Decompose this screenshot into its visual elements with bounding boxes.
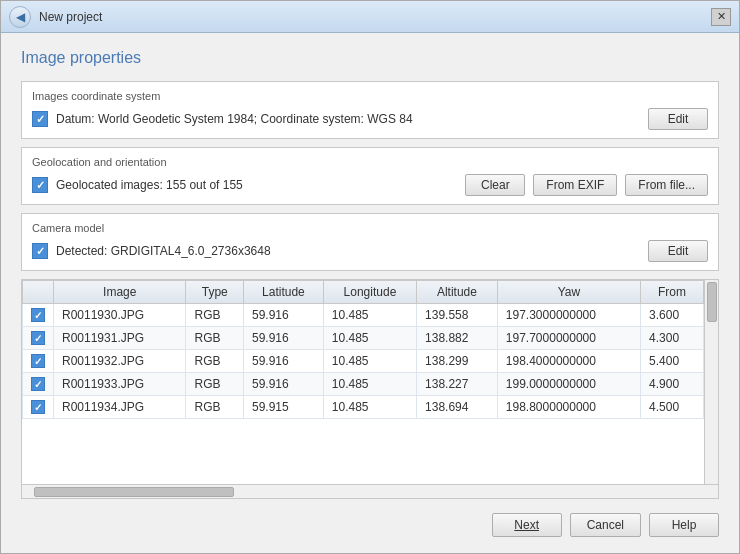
table-row: ✓R0011934.JPGRGB59.91510.485138.694198.8… [23,396,704,419]
horizontal-scrollbar[interactable] [22,484,718,498]
col-type: Type [186,281,244,304]
row-yaw: 198.8000000000 [497,396,640,419]
row-latitude: 59.916 [244,304,324,327]
geolocation-section: Geolocation and orientation Geolocated i… [21,147,719,205]
coordinate-edit-button[interactable]: Edit [648,108,708,130]
row-longitude: 10.485 [323,396,416,419]
coordinate-checkbox[interactable] [32,111,48,127]
help-button[interactable]: Help [649,513,719,537]
row-checkbox[interactable]: ✓ [23,350,54,373]
row-longitude: 10.485 [323,373,416,396]
geolocation-checkbox[interactable] [32,177,48,193]
row-longitude: 10.485 [323,327,416,350]
camera-row: Detected: GRDIGITAL4_6.0_2736x3648 Edit [32,240,708,262]
camera-section: Camera model Detected: GRDIGITAL4_6.0_27… [21,213,719,271]
table-scroll-container: Image Type Latitude Longitude Altitude Y… [22,280,718,484]
geolocation-text: Geolocated images: 155 out of 155 [56,178,457,192]
row-longitude: 10.485 [323,350,416,373]
content-area: Image properties Images coordinate syste… [1,33,739,553]
row-image: R0011934.JPG [54,396,186,419]
row-yaw: 198.4000000000 [497,350,640,373]
row-image: R0011931.JPG [54,327,186,350]
image-table: Image Type Latitude Longitude Altitude Y… [22,280,704,419]
row-latitude: 59.916 [244,327,324,350]
vertical-scrollbar[interactable] [704,280,718,484]
footer: Next Cancel Help [21,507,719,541]
coordinate-section: Images coordinate system Datum: World Ge… [21,81,719,139]
clear-button[interactable]: Clear [465,174,525,196]
col-latitude: Latitude [244,281,324,304]
coordinate-section-label: Images coordinate system [32,90,708,102]
row-image: R0011932.JPG [54,350,186,373]
coordinate-text: Datum: World Geodetic System 1984; Coord… [56,112,640,126]
col-altitude: Altitude [417,281,498,304]
row-from: 4.500 [641,396,704,419]
row-checkbox[interactable]: ✓ [23,396,54,419]
row-type: RGB [186,396,244,419]
row-latitude: 59.915 [244,396,324,419]
row-yaw: 197.3000000000 [497,304,640,327]
row-longitude: 10.485 [323,304,416,327]
row-type: RGB [186,373,244,396]
row-yaw: 197.7000000000 [497,327,640,350]
row-from: 5.400 [641,350,704,373]
camera-checkbox[interactable] [32,243,48,259]
table-row: ✓R0011931.JPGRGB59.91610.485138.882197.7… [23,327,704,350]
camera-section-label: Camera model [32,222,708,234]
row-checkbox[interactable]: ✓ [23,373,54,396]
row-from: 4.900 [641,373,704,396]
row-latitude: 59.916 [244,373,324,396]
table-wrapper[interactable]: Image Type Latitude Longitude Altitude Y… [22,280,704,484]
row-image: R0011933.JPG [54,373,186,396]
col-yaw: Yaw [497,281,640,304]
col-longitude: Longitude [323,281,416,304]
col-image: Image [54,281,186,304]
from-file-button[interactable]: From file... [625,174,708,196]
geolocation-section-label: Geolocation and orientation [32,156,708,168]
col-from: From [641,281,704,304]
row-altitude: 139.558 [417,304,498,327]
camera-text: Detected: GRDIGITAL4_6.0_2736x3648 [56,244,640,258]
row-altitude: 138.227 [417,373,498,396]
table-header-row: Image Type Latitude Longitude Altitude Y… [23,281,704,304]
title-bar: ◀ New project ✕ [1,1,739,33]
cancel-button[interactable]: Cancel [570,513,641,537]
page-title: Image properties [21,49,719,67]
main-window: ◀ New project ✕ Image properties Images … [0,0,740,554]
row-altitude: 138.299 [417,350,498,373]
row-yaw: 199.0000000000 [497,373,640,396]
col-check [23,281,54,304]
table-row: ✓R0011933.JPGRGB59.91610.485138.227199.0… [23,373,704,396]
close-button[interactable]: ✕ [711,8,731,26]
horizontal-scroll-thumb[interactable] [34,487,234,497]
next-button[interactable]: Next [492,513,562,537]
window-title: New project [39,10,102,24]
table-row: ✓R0011930.JPGRGB59.91610.485139.558197.3… [23,304,704,327]
row-type: RGB [186,350,244,373]
row-type: RGB [186,327,244,350]
row-type: RGB [186,304,244,327]
row-checkbox[interactable]: ✓ [23,327,54,350]
row-altitude: 138.694 [417,396,498,419]
image-table-section: Image Type Latitude Longitude Altitude Y… [21,279,719,499]
table-row: ✓R0011932.JPGRGB59.91610.485138.299198.4… [23,350,704,373]
geolocation-row: Geolocated images: 155 out of 155 Clear … [32,174,708,196]
coordinate-row: Datum: World Geodetic System 1984; Coord… [32,108,708,130]
row-from: 4.300 [641,327,704,350]
from-exif-button[interactable]: From EXIF [533,174,617,196]
row-latitude: 59.916 [244,350,324,373]
back-button[interactable]: ◀ [9,6,31,28]
row-from: 3.600 [641,304,704,327]
row-image: R0011930.JPG [54,304,186,327]
row-checkbox[interactable]: ✓ [23,304,54,327]
row-altitude: 138.882 [417,327,498,350]
camera-edit-button[interactable]: Edit [648,240,708,262]
vertical-scroll-thumb[interactable] [707,282,717,322]
